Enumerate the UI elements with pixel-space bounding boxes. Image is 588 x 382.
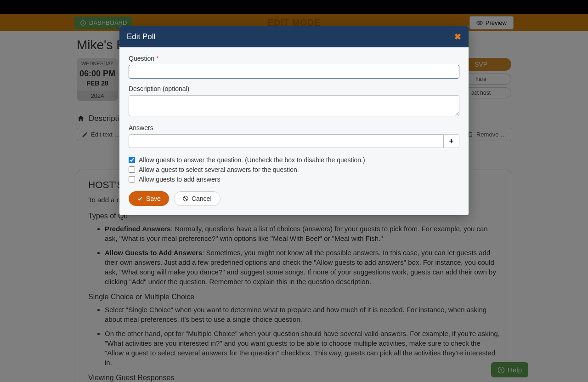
modal-body: Question * Description (optional) Answer… — [119, 47, 469, 215]
cancel-label: Cancel — [192, 195, 212, 202]
allow-add-checkbox-row[interactable]: Allow guests to add answers — [129, 176, 459, 183]
cancel-icon — [182, 195, 189, 202]
description-label: Description (optional) — [129, 85, 459, 92]
question-input[interactable] — [129, 65, 459, 79]
question-label: Question * — [129, 55, 459, 62]
modal-title: Edit Poll — [127, 32, 155, 41]
allow-multi-label: Allow a guest to select several answers … — [139, 166, 299, 173]
save-button[interactable]: Save — [129, 191, 169, 206]
edit-poll-modal: Edit Poll ✖ Question * Description (opti… — [119, 26, 469, 215]
answers-label: Answers — [129, 124, 459, 131]
modal-overlay[interactable]: Edit Poll ✖ Question * Description (opti… — [0, 0, 588, 382]
save-label: Save — [146, 195, 161, 202]
answer-input[interactable] — [129, 134, 444, 148]
allow-answer-label: Allow guests to answer the question. (Un… — [139, 156, 365, 164]
description-textarea[interactable] — [129, 95, 459, 116]
allow-multi-checkbox-row[interactable]: Allow a guest to select several answers … — [129, 166, 459, 173]
add-answer-button[interactable]: + — [444, 134, 459, 148]
allow-multi-checkbox[interactable] — [129, 166, 135, 173]
close-icon[interactable]: ✖ — [454, 32, 461, 42]
check-icon — [137, 195, 143, 202]
allow-add-checkbox[interactable] — [129, 176, 135, 182]
allow-answer-checkbox-row[interactable]: Allow guests to answer the question. (Un… — [129, 156, 459, 164]
allow-add-label: Allow guests to add answers — [139, 176, 220, 183]
allow-answer-checkbox[interactable] — [129, 157, 135, 163]
modal-header: Edit Poll ✖ — [119, 26, 469, 47]
cancel-button[interactable]: Cancel — [174, 191, 220, 206]
